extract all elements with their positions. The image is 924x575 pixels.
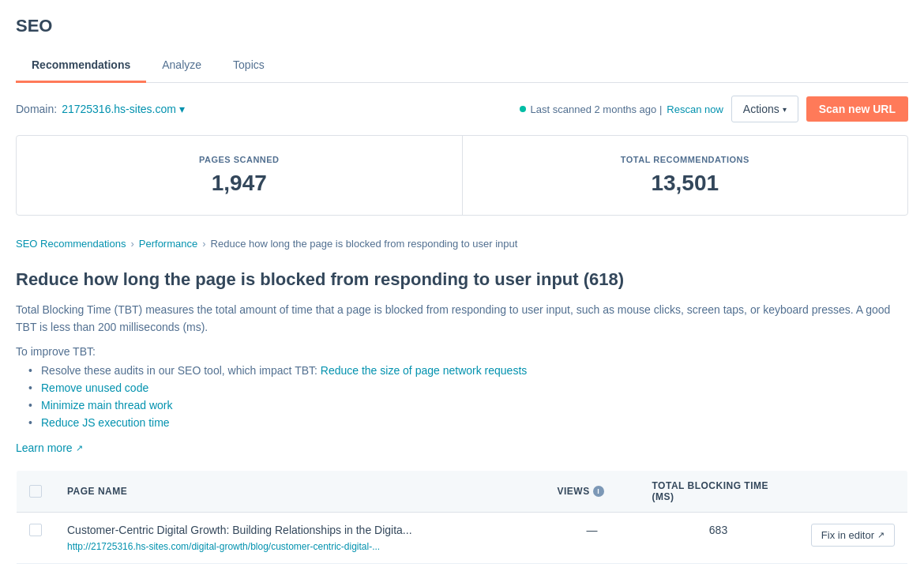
bullet-item-js-execution: Reduce JS execution time — [28, 416, 908, 429]
row-1-fix-button[interactable]: Fix in editor ↗ — [811, 524, 895, 547]
row-1-checkbox-cell — [17, 513, 55, 564]
domain-bar: Domain: 21725316.hs-sites.com ▾ Last sca… — [0, 83, 924, 135]
th-tbt: TOTAL BLOCKING TIME (MS) — [640, 471, 798, 513]
row-1-action: Fix in editor ↗ — [798, 513, 908, 564]
select-all-checkbox[interactable] — [29, 485, 42, 498]
actions-button[interactable]: Actions ▾ — [731, 96, 798, 122]
row-2-views: — — [545, 564, 640, 575]
tab-analyze[interactable]: Analyze — [146, 49, 217, 83]
scan-new-url-button[interactable]: Scan new URL — [806, 96, 908, 122]
row-1-tbt: 683 — [640, 513, 798, 564]
row-2-checkbox-cell — [17, 564, 55, 575]
improvement-list: Resolve these audits in our SEO tool, wh… — [16, 364, 908, 429]
reduce-js-execution-link[interactable]: Reduce JS execution time — [41, 416, 170, 429]
recommendations-table: PAGE NAME VIEWS i TOTAL BLOCKING TIME (M… — [16, 470, 908, 575]
scan-status: Last scanned 2 months ago | Rescan now — [520, 103, 723, 115]
table-row: Sample Post 12 http://21725316.hs-sites.… — [17, 564, 908, 575]
row-2-page-name: Sample Post 12 http://21725316.hs-sites.… — [54, 564, 545, 575]
bullet-item-main-thread: Minimize main thread work — [28, 399, 908, 412]
pages-scanned-value: 1,947 — [36, 171, 443, 196]
page-header: SEO Recommendations Analyze Topics — [0, 0, 924, 83]
breadcrumb-separator-2: › — [202, 238, 205, 250]
tabs: Recommendations Analyze Topics — [16, 49, 908, 83]
rescan-link[interactable]: Rescan now — [667, 103, 723, 115]
row-1-page-url[interactable]: http://21725316.hs-sites.com/digital-gro… — [67, 541, 380, 552]
total-recommendations-label: TOTAL RECOMMENDATIONS — [482, 155, 889, 164]
chevron-down-icon: ▾ — [783, 105, 787, 114]
breadcrumb-current: Reduce how long the page is blocked from… — [211, 238, 518, 250]
th-checkbox — [17, 471, 55, 513]
table-header-row: PAGE NAME VIEWS i TOTAL BLOCKING TIME (M… — [17, 471, 908, 513]
main-content: Reduce how long the page is blocked from… — [0, 256, 924, 575]
pages-scanned-stat: PAGES SCANNED 1,947 — [17, 136, 463, 215]
views-info-icon[interactable]: i — [593, 486, 604, 497]
th-views: VIEWS i — [545, 471, 640, 513]
network-requests-link[interactable]: Reduce the size of page network requests — [321, 364, 528, 377]
domain-left: Domain: 21725316.hs-sites.com ▾ — [16, 103, 185, 115]
minimize-main-thread-link[interactable]: Minimize main thread work — [41, 399, 173, 412]
th-page-name: PAGE NAME — [54, 471, 545, 513]
row-2-action: Fix in editor ↗ — [798, 564, 908, 575]
row-1-views: — — [545, 513, 640, 564]
breadcrumb-performance-link[interactable]: Performance — [139, 238, 197, 250]
bullet-item-network: Resolve these audits in our SEO tool, wh… — [28, 364, 908, 377]
breadcrumb-seo-link[interactable]: SEO Recommendations — [16, 238, 126, 250]
total-recommendations-stat: TOTAL RECOMMENDATIONS 13,501 — [463, 136, 908, 215]
row-2-tbt: 433 — [640, 564, 798, 575]
learn-more-link[interactable]: Learn more ↗ — [16, 442, 83, 454]
tab-topics[interactable]: Topics — [217, 49, 280, 83]
remove-unused-code-link[interactable]: Remove unused code — [41, 381, 148, 394]
row-1-checkbox[interactable] — [29, 524, 42, 536]
main-section-title: Reduce how long the page is blocked from… — [16, 269, 908, 291]
tab-recommendations[interactable]: Recommendations — [16, 49, 146, 83]
total-recommendations-value: 13,501 — [482, 171, 889, 196]
external-link-icon: ↗ — [76, 443, 83, 453]
external-link-icon: ↗ — [877, 530, 885, 540]
domain-link[interactable]: 21725316.hs-sites.com ▾ — [62, 103, 185, 115]
pages-scanned-label: PAGES SCANNED — [36, 155, 443, 164]
breadcrumb: SEO Recommendations › Performance › Redu… — [0, 231, 924, 256]
breadcrumb-separator: › — [130, 238, 133, 250]
table-row: Customer-Centric Digital Growth: Buildin… — [17, 513, 908, 564]
page-title: SEO — [16, 16, 908, 36]
th-action — [798, 471, 908, 513]
stats-bar: PAGES SCANNED 1,947 TOTAL RECOMMENDATION… — [16, 135, 908, 216]
row-1-page-name: Customer-Centric Digital Growth: Buildin… — [54, 513, 545, 564]
domain-label: Domain: — [16, 103, 57, 115]
chevron-down-icon: ▾ — [179, 103, 185, 115]
domain-right: Last scanned 2 months ago | Rescan now A… — [520, 96, 908, 122]
bullet-item-unused-code: Remove unused code — [28, 381, 908, 394]
main-description: Total Blocking Time (TBT) measures the t… — [16, 301, 908, 336]
green-dot-icon — [520, 106, 526, 112]
improve-label: To improve TBT: — [16, 345, 908, 358]
